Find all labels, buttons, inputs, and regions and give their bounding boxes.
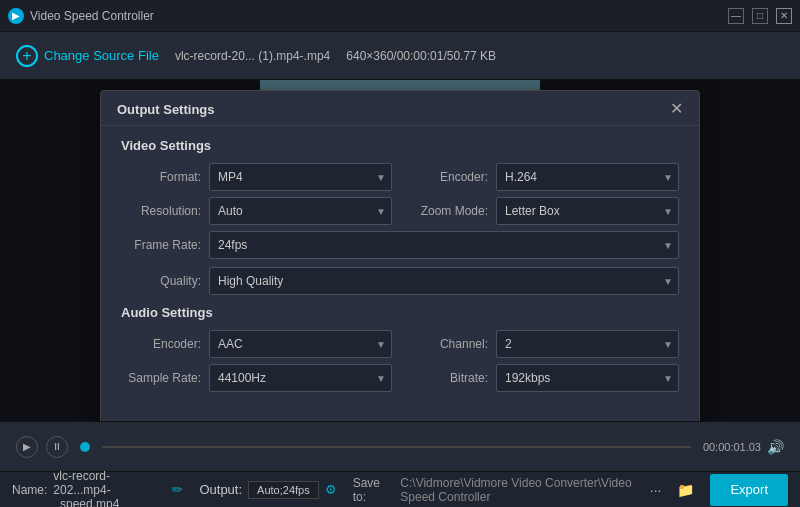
resolution-select-wrap: Auto ▼: [209, 197, 392, 225]
samplerate-label: Sample Rate:: [121, 371, 201, 385]
change-source-button[interactable]: + Change Source File: [16, 45, 159, 67]
title-bar-left: ▶ Video Speed Controller: [8, 8, 154, 24]
framerate-label: Frame Rate:: [121, 238, 201, 252]
bitrate-label: Bitrate:: [408, 371, 488, 385]
quality-row: Quality: High Quality ▼: [121, 267, 679, 295]
toolbar: + Change Source File vlc-record-20... (1…: [0, 32, 800, 80]
channel-select[interactable]: 2: [496, 330, 679, 358]
time-display: 00:00:01.03 🔊: [703, 439, 784, 455]
play-button[interactable]: ▶: [16, 436, 38, 458]
app-title: Video Speed Controller: [30, 9, 154, 23]
bitrate-select-wrap: 192kbps ▼: [496, 364, 679, 392]
encoder-field: Encoder: H.264 ▼: [408, 163, 679, 191]
output-settings-dialog: Output Settings ✕ Video Settings Format:…: [100, 90, 700, 421]
channel-select-wrap: 2 ▼: [496, 330, 679, 358]
encoder-select-wrap: H.264 ▼: [496, 163, 679, 191]
audio-settings-title: Audio Settings: [121, 305, 679, 320]
format-select[interactable]: MP4: [209, 163, 392, 191]
file-name: vlc-record-20... (1).mp4-.mp4: [175, 49, 330, 63]
folder-icon[interactable]: 📁: [677, 482, 694, 498]
resolution-field: Resolution: Auto ▼: [121, 197, 392, 225]
samplerate-select-wrap: 44100Hz ▼: [209, 364, 392, 392]
audio-encoder-label: Encoder:: [121, 337, 201, 351]
samplerate-select[interactable]: 44100Hz: [209, 364, 392, 392]
format-encoder-row: Format: MP4 ▼ Encoder: H.264: [121, 163, 679, 191]
zoom-mode-select[interactable]: Letter Box: [496, 197, 679, 225]
audio-encoder-select-wrap: AAC ▼: [209, 330, 392, 358]
audio-encoder-field: Encoder: AAC ▼: [121, 330, 392, 358]
quality-select[interactable]: High Quality: [209, 267, 679, 295]
channel-label: Channel:: [408, 337, 488, 351]
save-path: C:\Vidmore\Vidmore Video Converter\Video…: [400, 476, 633, 504]
file-meta: 640×360/00:00:01/50.77 KB: [346, 49, 496, 63]
framerate-row: Frame Rate: 24fps ▼: [121, 231, 679, 259]
channel-field: Channel: 2 ▼: [408, 330, 679, 358]
main-content: Raying Output Settings ✕ Video Settings …: [0, 80, 800, 421]
settings-gear-icon[interactable]: ⚙: [325, 482, 337, 497]
audio-encoder-select[interactable]: AAC: [209, 330, 392, 358]
format-field: Format: MP4 ▼: [121, 163, 392, 191]
status-name-section: Name: vlc-record-202...mp4-_speed.mp4 ✏: [12, 469, 183, 508]
app-icon: ▶: [8, 8, 24, 24]
current-time: 00:00:01.03: [703, 441, 761, 453]
progress-bar[interactable]: [102, 446, 691, 448]
name-label: Name:: [12, 483, 47, 497]
file-info: vlc-record-20... (1).mp4-.mp4 640×360/00…: [175, 49, 496, 63]
format-label: Format:: [121, 170, 201, 184]
export-button[interactable]: Export: [710, 474, 788, 506]
dialog-body: Video Settings Format: MP4 ▼ Encoder:: [101, 126, 699, 420]
status-bar: Name: vlc-record-202...mp4-_speed.mp4 ✏ …: [0, 471, 800, 507]
maximize-button[interactable]: □: [752, 8, 768, 24]
plus-icon: +: [16, 45, 38, 67]
minimize-button[interactable]: —: [728, 8, 744, 24]
framerate-select[interactable]: 24fps: [209, 231, 679, 259]
edit-icon[interactable]: ✏: [172, 482, 183, 497]
title-bar: ▶ Video Speed Controller — □ ✕: [0, 0, 800, 32]
title-bar-controls: — □ ✕: [728, 8, 792, 24]
more-options-button[interactable]: ···: [650, 482, 662, 498]
progress-dot[interactable]: [80, 442, 90, 452]
change-source-label: Change Source File: [44, 48, 159, 63]
zoom-mode-field: Zoom Mode: Letter Box ▼: [408, 197, 679, 225]
dialog-header: Output Settings ✕: [101, 91, 699, 126]
output-value: Auto;24fps: [248, 481, 319, 499]
resolution-label: Resolution:: [121, 204, 201, 218]
output-label: Output:: [199, 482, 242, 497]
samplerate-bitrate-row: Sample Rate: 44100Hz ▼ Bitrate: 192k: [121, 364, 679, 392]
status-output-section: Output: Auto;24fps ⚙: [199, 481, 336, 499]
player-controls: ▶ ⏸: [16, 436, 68, 458]
quality-select-wrap: High Quality ▼: [209, 267, 679, 295]
dialog-title: Output Settings: [117, 102, 215, 117]
encoder-label: Encoder:: [408, 170, 488, 184]
zoom-mode-label: Zoom Mode:: [408, 204, 488, 218]
quality-label: Quality:: [121, 274, 201, 288]
player-bar: ▶ ⏸ 00:00:01.03 🔊: [0, 421, 800, 471]
framerate-select-wrap: 24fps ▼: [209, 231, 679, 259]
volume-icon[interactable]: 🔊: [767, 439, 784, 455]
pause-button[interactable]: ⏸: [46, 436, 68, 458]
window-close-button[interactable]: ✕: [776, 8, 792, 24]
resolution-select[interactable]: Auto: [209, 197, 392, 225]
bitrate-field: Bitrate: 192kbps ▼: [408, 364, 679, 392]
bitrate-select[interactable]: 192kbps: [496, 364, 679, 392]
resolution-zoom-row: Resolution: Auto ▼ Zoom Mode: Letter: [121, 197, 679, 225]
audio-encoder-channel-row: Encoder: AAC ▼ Channel: 2: [121, 330, 679, 358]
zoom-mode-select-wrap: Letter Box ▼: [496, 197, 679, 225]
save-to-label: Save to:: [353, 476, 385, 504]
video-settings-title: Video Settings: [121, 138, 679, 153]
status-filename: vlc-record-202...mp4-_speed.mp4: [53, 469, 166, 508]
dialog-close-button[interactable]: ✕: [670, 101, 683, 117]
encoder-select[interactable]: H.264: [496, 163, 679, 191]
dialog-overlay: Output Settings ✕ Video Settings Format:…: [0, 80, 800, 421]
format-select-wrap: MP4 ▼: [209, 163, 392, 191]
samplerate-field: Sample Rate: 44100Hz ▼: [121, 364, 392, 392]
